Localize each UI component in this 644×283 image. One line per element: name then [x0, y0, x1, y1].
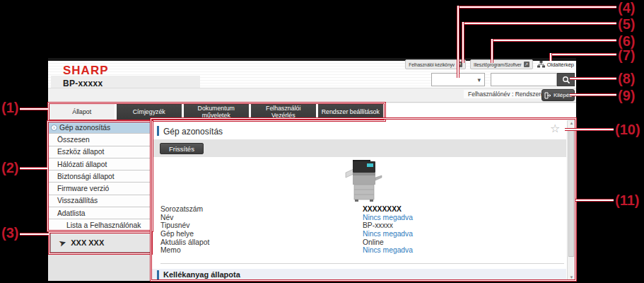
favorite-star-icon[interactable]: ☆: [550, 122, 560, 135]
detail-row: Sorozatszám XXXXXXXX: [160, 205, 556, 214]
callout-line-5-v: [462, 22, 464, 63]
callout-line-7: [549, 53, 616, 56]
external-link-icon: ↗: [524, 62, 529, 67]
memo-value-link[interactable]: Nincs megadva: [363, 246, 413, 255]
callout-label-9: (9): [618, 88, 635, 104]
screenshot-canvas: SHARP BP-xxxxx Felhasználói kézikönyv ↗ …: [0, 0, 644, 283]
model-value: BP-xxxxx: [363, 221, 393, 230]
callout-label-7: (7): [618, 47, 635, 64]
callout-label-8: (8): [618, 71, 635, 87]
sidebar-item-list-for-user[interactable]: Lista a Felhasználónak: [48, 219, 152, 231]
sitemap-label: Oldaltérkép: [547, 62, 574, 68]
callout-label-11: (11): [615, 192, 639, 209]
callout-line-3: [20, 233, 49, 236]
callout-line-4-v: [457, 6, 459, 78]
callout-line-2: [20, 167, 47, 170]
name-value-link[interactable]: Nincs megadva: [363, 214, 413, 222]
sidebar-item-data-list[interactable]: Adatlista: [48, 207, 152, 219]
content-scrollbar[interactable]: ▲ ▼: [567, 120, 575, 280]
supplies-section-title: Kellékanyag állapota: [163, 270, 240, 279]
sidebar-item-device-status[interactable]: Eszköz állapot: [48, 146, 152, 158]
username-label: Felhasználónév :: [468, 91, 513, 98]
detail-row: Aktuális állapot Online: [160, 238, 556, 247]
section-divider: [160, 263, 564, 264]
sidebar-item-network-status[interactable]: Hálózati állapot: [48, 158, 152, 171]
user-manual-label: Felhasználói kézikönyv: [409, 62, 455, 67]
selected-arrow-icon: ›: [51, 125, 57, 131]
tab-user-control[interactable]: Felhasználói Vezérlés: [251, 103, 316, 120]
tab-system-settings[interactable]: Rendszer beállítások: [318, 103, 383, 120]
detail-row: Gép helye Nincs megadva: [160, 230, 556, 238]
callout-line-1: [20, 108, 48, 110]
callout-line-9: [570, 93, 616, 96]
callout-line-10: [565, 128, 614, 131]
callout-label-10: (10): [615, 122, 640, 138]
detail-row: Név Nincs megadva: [160, 214, 556, 222]
title-accent-bar: [157, 126, 159, 136]
supplies-accent-bar: [157, 270, 159, 279]
callout-label-4: (4): [618, 0, 635, 16]
driver-software-link[interactable]: Illesztőprogram/Szoftver ↗: [470, 59, 533, 69]
sidebar-item-security-status[interactable]: Biztonsági állapot: [48, 171, 152, 183]
callout-line-11: [575, 199, 614, 202]
callout-line-5: [462, 22, 616, 25]
content-toolbar: [152, 140, 566, 157]
search-input[interactable]: [491, 73, 557, 86]
callout-label-5: (5): [618, 16, 635, 33]
tab-status[interactable]: Állapot: [49, 103, 115, 120]
model-name: BP-xxxxx: [63, 79, 103, 88]
sidebar-item-firmware-version[interactable]: Firmware verzió: [48, 183, 152, 195]
refresh-button[interactable]: Frissítés: [160, 143, 204, 154]
location-value-link[interactable]: Nincs megadva: [363, 230, 413, 238]
top-links-row: Felhasználói kézikönyv ↗ Illesztőprogram…: [405, 59, 574, 69]
callout-label-2: (2): [1, 160, 18, 176]
callout-line-7-v: [549, 53, 552, 61]
sidebar-item-label: Gép azonosítás: [59, 124, 110, 132]
callout-label-3: (3): [1, 225, 18, 241]
sitemap-link[interactable]: Oldaltérkép: [537, 61, 574, 68]
sidebar-footer: [48, 253, 152, 281]
callout-line-4: [457, 6, 616, 8]
tab-document-operations[interactable]: Dokumentum műveletek: [184, 103, 249, 120]
callout-line-8: [570, 77, 616, 80]
sitemap-icon: [537, 61, 545, 68]
detail-row: Tipusnév BP-xxxxx: [160, 221, 556, 230]
status-value: Online: [363, 238, 384, 247]
main-content: Gép azonosítás ☆ Frissítés Sorozatszám X…: [152, 119, 576, 281]
tab-address-book[interactable]: Címjegyzék: [117, 103, 182, 120]
detail-row: Memo Nincs megadva: [160, 246, 556, 255]
sidebar-item-total[interactable]: Összesen: [48, 134, 152, 146]
detail-label: Név: [160, 214, 363, 222]
detail-label: Gép helye: [160, 230, 363, 238]
callout-line-6: [491, 39, 616, 42]
custom-shortcut-button[interactable]: ➤ XXX XXX: [50, 233, 151, 253]
chevron-down-icon: ▾: [477, 76, 481, 83]
callout-line-6-v: [491, 39, 493, 63]
machine-details-list: Sorozatszám XXXXXXXX Név Nincs megadva T…: [160, 205, 556, 255]
callout-label-1: (1): [1, 100, 18, 116]
shortcut-label: XXX XXX: [71, 238, 104, 247]
sidebar-menu: › Gép azonosítás Összesen Eszköz állapot…: [48, 122, 152, 232]
search-icon: [562, 76, 570, 84]
detail-label: Sorozatszám: [160, 205, 363, 214]
sidebar-item-machine-identification[interactable]: › Gép azonosítás: [48, 122, 152, 134]
logout-icon: [544, 92, 551, 99]
detail-label: Tipusnév: [160, 221, 363, 230]
scroll-down-icon[interactable]: ▼: [568, 275, 575, 279]
printer-image: [344, 158, 383, 204]
serial-number-value: XXXXXXXX: [363, 205, 402, 214]
shortcut-arrow-icon: ➤: [58, 237, 67, 248]
driver-software-label: Illesztőprogram/Szoftver: [474, 62, 522, 67]
page-title: Gép azonosítás: [163, 127, 223, 137]
detail-label: Memo: [160, 246, 363, 255]
scroll-up-icon[interactable]: ▲: [568, 121, 575, 125]
sidebar-item-reset[interactable]: Visszaállítás: [48, 195, 152, 207]
tab-bar: Állapot Címjegyzék Dokumentum műveletek …: [49, 103, 383, 120]
scrollbar-thumb[interactable]: [568, 128, 574, 257]
detail-label: Aktuális állapot: [160, 238, 363, 247]
